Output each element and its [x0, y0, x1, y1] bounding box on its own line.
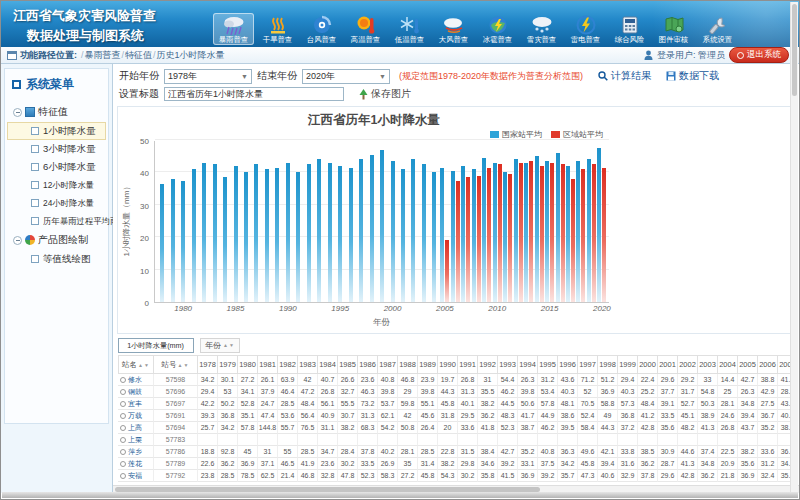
- year-header[interactable]: 1998: [598, 355, 618, 374]
- x-tick-label: 2005: [436, 304, 454, 313]
- year-header[interactable]: 1990: [438, 355, 458, 374]
- v-scrollbar-thumb[interactable]: [792, 4, 797, 96]
- year-header[interactable]: 1987: [378, 355, 398, 374]
- year-header[interactable]: 1980: [238, 355, 258, 374]
- table-row-station[interactable]: 萍乡: [118, 446, 154, 458]
- start-year-select[interactable]: 1978年▼: [164, 69, 252, 84]
- year-header[interactable]: 1996: [558, 355, 578, 374]
- window-bottom-frame: [2, 492, 798, 498]
- save-image-button[interactable]: 保存图片: [359, 87, 411, 101]
- tree-group-1[interactable]: 产品图绘制: [7, 230, 106, 250]
- unit-button[interactable]: 1小时降水量(mm): [118, 338, 194, 353]
- year-header[interactable]: 1999: [618, 355, 638, 374]
- chart-title-input[interactable]: [164, 87, 344, 101]
- year-header[interactable]: 1986: [358, 355, 378, 374]
- nav-item-settings[interactable]: 系统设置: [697, 13, 738, 45]
- nav-item-drought[interactable]: 干旱普查: [257, 13, 298, 45]
- end-year-select[interactable]: 2020年▼: [302, 69, 390, 84]
- radio-icon[interactable]: [120, 377, 126, 383]
- radio-icon[interactable]: [120, 389, 126, 395]
- radio-icon[interactable]: [120, 413, 126, 419]
- nav-item-risk[interactable]: 综合风险: [609, 13, 650, 45]
- nav-item-typhoon[interactable]: 台风普查: [301, 13, 342, 45]
- year-header[interactable]: 1997: [578, 355, 598, 374]
- year-header[interactable]: 1994: [518, 355, 538, 374]
- logout-button[interactable]: 退出系统: [729, 47, 789, 63]
- tree-group-0[interactable]: 特征值: [7, 102, 106, 122]
- end-year-label: 结束年份: [257, 69, 297, 83]
- radio-icon[interactable]: [120, 461, 126, 467]
- year-header[interactable]: 1985: [338, 355, 358, 374]
- y-tick-label: 30: [123, 202, 149, 211]
- sidebar-item-0-4[interactable]: 24小时降水量: [7, 194, 106, 212]
- year-header[interactable]: 1982: [278, 355, 298, 374]
- expander-icon[interactable]: [13, 108, 22, 117]
- table-cell: 54.2: [378, 422, 398, 434]
- year-header[interactable]: 1995: [538, 355, 558, 374]
- year-header[interactable]: 2003: [698, 355, 718, 374]
- radio-icon[interactable]: [120, 425, 126, 431]
- table-cell: 48.2: [678, 422, 698, 434]
- radio-icon[interactable]: [120, 437, 126, 443]
- table-row-station[interactable]: 莲花: [118, 458, 154, 470]
- sidebar-item-0-5[interactable]: 历年暴雨过程平均雨量: [7, 212, 106, 230]
- year-sort-header[interactable]: 年份▲▼: [200, 338, 240, 353]
- station-id-header[interactable]: 站号▲▼: [154, 355, 198, 374]
- table-cell: [638, 434, 658, 446]
- chart-area: 1小时降水量（mm） 01020304050198019851990199520…: [118, 141, 794, 333]
- breadcrumb-item[interactable]: 历史1小时降水量: [157, 50, 225, 60]
- radio-icon[interactable]: [120, 473, 126, 479]
- year-header[interactable]: 2005: [738, 355, 758, 374]
- year-header[interactable]: 2002: [678, 355, 698, 374]
- table-row-station[interactable]: 铜鼓: [118, 386, 154, 398]
- year-header[interactable]: 1992: [478, 355, 498, 374]
- sidebar-item-0-2[interactable]: 6小时降水量: [7, 158, 106, 176]
- nav-item-high-temp[interactable]: 高温普查: [345, 13, 386, 45]
- nav-item-rainstorm[interactable]: 暴雨普查: [213, 13, 254, 45]
- sidebar-item-0-1[interactable]: 3小时降水量: [7, 140, 106, 158]
- bar-national: [545, 161, 549, 302]
- year-header[interactable]: 1978: [198, 355, 218, 374]
- year-header[interactable]: 1979: [218, 355, 238, 374]
- year-header[interactable]: 1991: [458, 355, 478, 374]
- expander-icon[interactable]: [13, 236, 22, 245]
- bar-group: [167, 141, 177, 302]
- nav-item-hail[interactable]: 冰雹普查: [477, 13, 518, 45]
- nav-item-lightning[interactable]: 雷电普查: [565, 13, 606, 45]
- year-header[interactable]: 2001: [658, 355, 678, 374]
- station-name-header[interactable]: 站名▲▼: [118, 355, 154, 374]
- calculate-button[interactable]: 计算结果: [598, 69, 651, 83]
- nav-item-snow[interactable]: 雪灾普查: [521, 13, 562, 45]
- year-header[interactable]: 2004: [718, 355, 738, 374]
- sidebar-item-1-0[interactable]: 等值线绘图: [7, 250, 106, 268]
- table-row-station[interactable]: 修水: [118, 374, 154, 386]
- breadcrumb-item[interactable]: 特征值: [125, 50, 152, 60]
- radio-icon[interactable]: [120, 449, 126, 455]
- table-row-station[interactable]: 安福: [118, 470, 154, 482]
- year-header[interactable]: 1983: [298, 355, 318, 374]
- nav-item-review[interactable]: 图件审核: [653, 13, 694, 45]
- year-header[interactable]: 1988: [398, 355, 418, 374]
- nav-item-wind[interactable]: 大风普查: [433, 13, 474, 45]
- year-header[interactable]: 2006: [758, 355, 778, 374]
- page-v-scrollbar[interactable]: [790, 2, 798, 492]
- bar-group: 1980: [178, 141, 188, 302]
- radio-icon[interactable]: [120, 401, 126, 407]
- table-row-station[interactable]: 上栗: [118, 434, 154, 446]
- table-cell: 41.8: [478, 422, 498, 434]
- year-header[interactable]: 1989: [418, 355, 438, 374]
- table-row-station[interactable]: 上高: [118, 422, 154, 434]
- breadcrumb-item[interactable]: 暴雨普查: [85, 50, 121, 60]
- table-cell: 24.7: [258, 398, 278, 410]
- download-button[interactable]: 数据下载: [666, 69, 719, 83]
- year-header[interactable]: 1984: [318, 355, 338, 374]
- table-row-station[interactable]: 宜丰: [118, 398, 154, 410]
- table-cell: [658, 434, 678, 446]
- year-header[interactable]: 2000: [638, 355, 658, 374]
- nav-item-low-temp[interactable]: 低温普查: [389, 13, 430, 45]
- year-header[interactable]: 1981: [258, 355, 278, 374]
- sidebar-item-0-3[interactable]: 12小时降水量: [7, 176, 106, 194]
- year-header[interactable]: 1993: [498, 355, 518, 374]
- table-row-station[interactable]: 万载: [118, 410, 154, 422]
- sidebar-item-0-0[interactable]: 1小时降水量: [7, 122, 106, 140]
